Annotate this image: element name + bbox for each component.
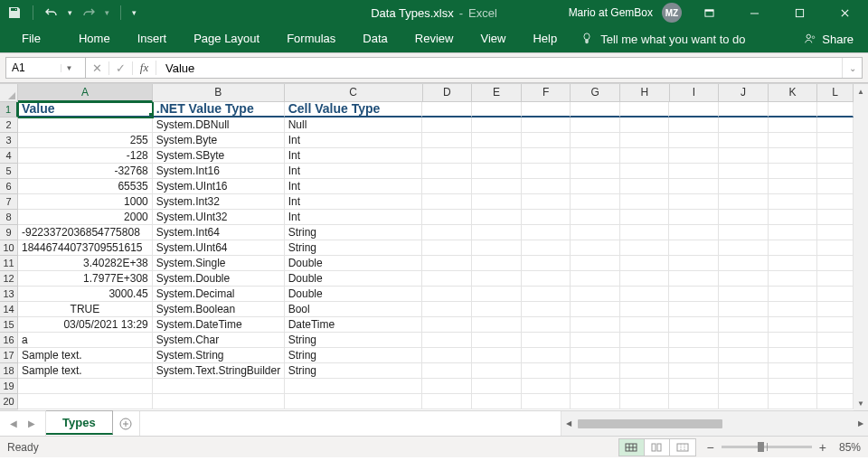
cell[interactable] — [522, 256, 571, 271]
cell[interactable] — [472, 164, 522, 179]
horizontal-scrollbar[interactable]: ◀ ▶ — [561, 411, 868, 436]
cell-b20[interactable] — [153, 394, 285, 409]
cell[interactable] — [620, 287, 670, 302]
cell[interactable] — [669, 271, 719, 287]
row-header-7[interactable]: 7 — [0, 194, 18, 210]
fx-icon[interactable]: fx — [133, 61, 156, 75]
cell-b9[interactable]: System.Int64 — [153, 225, 285, 240]
cell-a7[interactable]: 1000 — [18, 194, 153, 210]
row-header-17[interactable]: 17 — [0, 348, 18, 363]
cell[interactable] — [422, 348, 472, 363]
cell[interactable] — [719, 271, 769, 287]
cell-c13[interactable]: Double — [285, 287, 423, 302]
cell[interactable] — [620, 256, 670, 271]
cell[interactable] — [719, 317, 769, 333]
normal-view-icon[interactable] — [619, 439, 645, 456]
cell-b16[interactable]: System.Char — [153, 333, 285, 348]
cell-b3[interactable]: System.Byte — [153, 133, 285, 148]
cell-a10[interactable]: 18446744073709551615 — [18, 240, 153, 256]
cell-c20[interactable] — [285, 394, 423, 409]
cell[interactable] — [571, 225, 620, 240]
cell[interactable] — [422, 302, 472, 317]
cell[interactable] — [669, 164, 719, 179]
cell[interactable] — [472, 256, 522, 271]
cell[interactable] — [719, 133, 769, 148]
row-header-9[interactable]: 9 — [0, 225, 18, 240]
cell[interactable] — [817, 179, 854, 194]
cell-b11[interactable]: System.Single — [153, 256, 285, 271]
cell[interactable] — [817, 379, 854, 394]
cell[interactable] — [769, 148, 818, 164]
row-header-11[interactable]: 11 — [0, 256, 18, 271]
cell[interactable] — [719, 302, 769, 317]
cell[interactable] — [719, 148, 769, 164]
save-icon[interactable] — [7, 5, 22, 20]
cell[interactable] — [472, 333, 522, 348]
cell-a14[interactable]: TRUE — [18, 302, 153, 317]
row-header-14[interactable]: 14 — [0, 302, 18, 317]
cell[interactable] — [472, 363, 522, 379]
cell-a4[interactable]: -128 — [18, 148, 153, 164]
cell-a2[interactable] — [18, 118, 153, 133]
undo-dropdown-icon[interactable]: ▾ — [68, 8, 72, 17]
cancel-formula-icon[interactable]: ✕ — [86, 61, 109, 75]
cell[interactable] — [571, 317, 620, 333]
cell[interactable] — [472, 102, 522, 118]
cell[interactable] — [620, 363, 670, 379]
cell[interactable] — [422, 271, 472, 287]
column-header-d[interactable]: D — [423, 84, 473, 102]
cell[interactable] — [719, 179, 769, 194]
cell-c10[interactable]: String — [285, 240, 423, 256]
cell[interactable] — [571, 379, 620, 394]
cell[interactable] — [817, 363, 854, 379]
cell[interactable] — [719, 394, 769, 409]
cell[interactable] — [571, 348, 620, 363]
cell[interactable] — [620, 333, 670, 348]
cell[interactable] — [620, 240, 670, 256]
sheet-nav-next-icon[interactable]: ▶ — [24, 418, 40, 428]
sheet-tab-types[interactable]: Types — [46, 410, 113, 435]
cell[interactable] — [669, 363, 719, 379]
spreadsheet-grid[interactable]: ABCDEFGHIJKL 123456789101112131415161718… — [0, 83, 868, 410]
cell[interactable] — [422, 317, 472, 333]
cell[interactable] — [669, 118, 719, 133]
page-layout-view-icon[interactable] — [645, 439, 670, 456]
cell[interactable] — [620, 164, 670, 179]
cell-c3[interactable]: Int — [285, 133, 423, 148]
minimize-button[interactable] — [736, 0, 772, 25]
cell-c18[interactable]: String — [285, 363, 423, 379]
formula-input[interactable] — [156, 58, 842, 78]
cell[interactable] — [719, 287, 769, 302]
cell-c15[interactable]: DateTime — [285, 317, 423, 333]
column-header-j[interactable]: J — [719, 84, 769, 102]
cell[interactable] — [620, 210, 670, 225]
cell-c1[interactable]: Cell Value Type — [285, 102, 423, 118]
cell-b7[interactable]: System.Int32 — [153, 194, 285, 210]
cell[interactable] — [422, 179, 472, 194]
cell[interactable] — [422, 256, 472, 271]
tell-me-search[interactable]: Tell me what you want to do — [580, 33, 745, 46]
cell[interactable] — [669, 179, 719, 194]
cell[interactable] — [817, 133, 854, 148]
cell[interactable] — [769, 302, 818, 317]
cell-c14[interactable]: Bool — [285, 302, 423, 317]
cell[interactable] — [522, 317, 571, 333]
cell-b10[interactable]: System.UInt64 — [153, 240, 285, 256]
cell[interactable] — [571, 302, 620, 317]
cell[interactable] — [571, 194, 620, 210]
cell[interactable] — [571, 148, 620, 164]
cell[interactable] — [719, 225, 769, 240]
row-header-6[interactable]: 6 — [0, 179, 18, 194]
cell[interactable] — [817, 118, 854, 133]
cell-a5[interactable]: -32768 — [18, 164, 153, 179]
scroll-down-icon[interactable]: ▼ — [854, 396, 868, 410]
cell[interactable] — [769, 333, 818, 348]
cell[interactable] — [422, 379, 472, 394]
row-header-10[interactable]: 10 — [0, 240, 18, 256]
zoom-slider[interactable] — [722, 446, 812, 448]
cell-b18[interactable]: System.Text.StringBuilder — [153, 363, 285, 379]
cell[interactable] — [817, 240, 854, 256]
cell-c12[interactable]: Double — [285, 271, 423, 287]
cell[interactable] — [719, 348, 769, 363]
cell-b1[interactable]: .NET Value Type — [153, 102, 285, 118]
